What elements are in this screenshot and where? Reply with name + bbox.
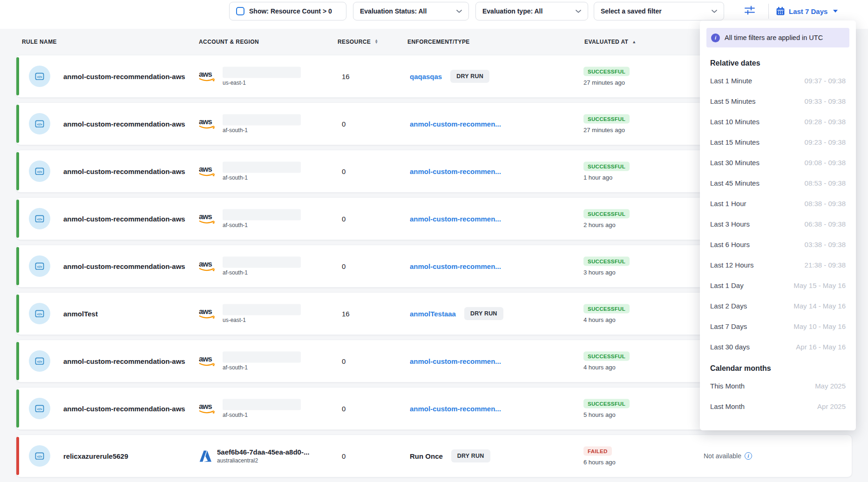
resource-count: 0: [342, 357, 346, 365]
status-stripe: [16, 342, 19, 380]
azure-logo-icon: [198, 450, 212, 462]
account-region-cell: us-east-1: [198, 304, 301, 323]
enforcement-link[interactable]: qaqasqas: [410, 73, 442, 80]
redacted-account-name: [223, 352, 301, 363]
enforcement-link[interactable]: Run Once: [410, 452, 443, 460]
status-badge: FAILED: [583, 447, 612, 456]
aws-logo-icon: [198, 118, 218, 130]
date-option-last-1-hour[interactable]: Last 1 Hour 08:38 - 09:38: [706, 193, 849, 214]
header-evaluated-at-sort[interactable]: EVALUATED AT ▲: [584, 39, 637, 45]
show-resource-count-filter[interactable]: Show: Resource Count > 0: [229, 2, 346, 20]
chevron-down-icon: [456, 10, 462, 13]
date-option-last-15-minutes[interactable]: Last 15 Minutes 09:23 - 09:38: [706, 132, 849, 152]
rule-name: anmol-custom-recommendation-aws: [63, 120, 185, 128]
rule-icon: [29, 208, 50, 229]
resource-count: 0: [342, 262, 346, 270]
date-range-dropdown[interactable]: Last 7 Days: [776, 2, 838, 20]
status-badge: SUCCESSFUL: [583, 209, 630, 219]
resource-count: 16: [342, 310, 350, 318]
aws-logo-icon: [198, 165, 218, 178]
aws-logo-icon: [198, 402, 218, 415]
enforcement-link[interactable]: anmol-custom-recommen...: [410, 120, 501, 128]
evaluated-at-cell: SUCCESSFUL 3 hours ago: [583, 257, 630, 276]
enforcement-link[interactable]: anmolTestaaa: [410, 310, 456, 318]
date-option-last-12-hours[interactable]: Last 12 Hours 21:38 - 09:38: [706, 254, 849, 275]
date-option-last-2-days[interactable]: Last 2 Days May 14 - May 16: [706, 295, 849, 316]
evaluated-time: 4 hours ago: [583, 364, 616, 371]
account-region-cell: af-south-1: [198, 257, 301, 276]
region-label: australiacentral2: [217, 457, 309, 464]
region-label: af-south-1: [223, 222, 301, 228]
filter-settings-button[interactable]: [739, 3, 760, 19]
date-option-last-6-hours[interactable]: Last 6 Hours 03:38 - 09:38: [706, 234, 849, 254]
resource-count: 0: [342, 405, 346, 413]
date-option-last-30-minutes[interactable]: Last 30 Minutes 09:08 - 09:38: [706, 152, 849, 173]
date-option-last-month[interactable]: Last Month Apr 2025: [706, 396, 849, 416]
date-option-last-5-minutes[interactable]: Last 5 Minutes 09:33 - 09:38: [706, 91, 849, 111]
account-region-cell: af-south-1: [198, 114, 301, 134]
evaluated-time: 3 hours ago: [583, 269, 616, 276]
redacted-account-name: [223, 114, 301, 126]
date-option-last-45-minutes[interactable]: Last 45 Minutes 08:53 - 09:38: [706, 173, 849, 193]
evaluated-time: 27 minutes ago: [583, 79, 625, 86]
show-resource-count-label: Show: Resource Count > 0: [249, 7, 332, 15]
info-bubble-icon: i: [711, 33, 720, 42]
date-option-last-7-days[interactable]: Last 7 Days May 10 - May 16: [706, 316, 849, 336]
sliders-icon: [744, 4, 756, 18]
info-icon[interactable]: i: [745, 452, 752, 460]
evaluated-at-cell: SUCCESSFUL 1 hour ago: [583, 162, 630, 181]
account-region-cell: 5aef6b46-7daa-45ea-a8d0-... australiacen…: [198, 448, 309, 464]
aws-logo-icon: [198, 355, 218, 368]
saved-filter-dropdown[interactable]: Select a saved filter: [594, 2, 724, 20]
enforcement-link[interactable]: anmol-custom-recommen...: [410, 215, 501, 223]
date-range-label: Last 7 Days: [789, 7, 827, 15]
evaluation-type-dropdown[interactable]: Evaluation type: All: [475, 2, 588, 20]
status-badge: SUCCESSFUL: [583, 352, 630, 361]
account-region-cell: af-south-1: [198, 399, 301, 418]
enforcement-link[interactable]: anmol-custom-recommen...: [410, 405, 501, 413]
region-label: af-south-1: [223, 127, 301, 134]
status-stripe: [16, 57, 19, 95]
rule-name: anmol-custom-recommendation-aws: [63, 262, 185, 270]
sort-ascending-icon: ▲: [632, 40, 636, 44]
date-option-last-1-minute[interactable]: Last 1 Minute 09:37 - 09:38: [706, 70, 849, 91]
region-label: af-south-1: [223, 174, 301, 181]
region-label: af-south-1: [223, 364, 301, 371]
header-resource-sort[interactable]: RESOURCE ▲▼: [338, 39, 379, 45]
enforcement-cell: anmol-custom-recommen...: [410, 215, 501, 223]
date-option-this-month[interactable]: This Month May 2025: [706, 375, 849, 396]
evaluation-status-dropdown[interactable]: Evaluation Status: All: [353, 2, 469, 20]
enforcement-link[interactable]: anmol-custom-recommen...: [410, 357, 501, 365]
dry-run-badge: DRY RUN: [451, 449, 490, 462]
table-row[interactable]: relicxazurerule5629 5aef6b46-7daa-45ea-a…: [16, 435, 852, 477]
status-stripe: [16, 200, 19, 238]
enforcement-link[interactable]: anmol-custom-recommen...: [410, 262, 501, 270]
rule-icon: [29, 255, 50, 277]
sort-icon: ▲▼: [374, 40, 378, 44]
evaluation-status-label: Evaluation Status: All: [360, 7, 427, 15]
aws-logo-icon: [198, 213, 218, 225]
rule-icon: [29, 350, 50, 372]
evaluation-type-label: Evaluation type: All: [482, 7, 542, 15]
date-option-last-10-minutes[interactable]: Last 10 Minutes 09:28 - 09:38: [706, 111, 849, 132]
enforcement-cell: anmol-custom-recommen...: [410, 357, 501, 365]
rule-icon: [29, 113, 50, 134]
evaluated-time: 5 hours ago: [583, 411, 616, 418]
enforcement-cell: anmol-custom-recommen...: [410, 405, 501, 413]
account-region-cell: af-south-1: [198, 162, 301, 181]
date-option-last-1-day[interactable]: Last 1 Day May 15 - May 16: [706, 275, 849, 295]
account-region-cell: af-south-1: [198, 209, 301, 228]
rule-name: anmol-custom-recommendation-aws: [63, 215, 185, 223]
enforcement-cell: anmol-custom-recommen...: [410, 120, 501, 128]
status-stripe: [16, 152, 19, 190]
status-badge: SUCCESSFUL: [583, 114, 630, 124]
date-option-last-30-days[interactable]: Last 30 days Apr 16 - May 16: [706, 336, 849, 357]
rule-icon: [29, 445, 50, 467]
rule-icon: [29, 161, 50, 182]
enforcement-link[interactable]: anmol-custom-recommen...: [410, 167, 501, 175]
calendar-icon: [776, 7, 785, 16]
date-option-last-3-hours[interactable]: Last 3 Hours 06:38 - 09:38: [706, 214, 849, 234]
rule-name: anmol-custom-recommendation-aws: [63, 73, 185, 80]
calendar-months-heading: Calendar months: [710, 364, 846, 373]
resource-count-checkbox[interactable]: [236, 7, 244, 15]
